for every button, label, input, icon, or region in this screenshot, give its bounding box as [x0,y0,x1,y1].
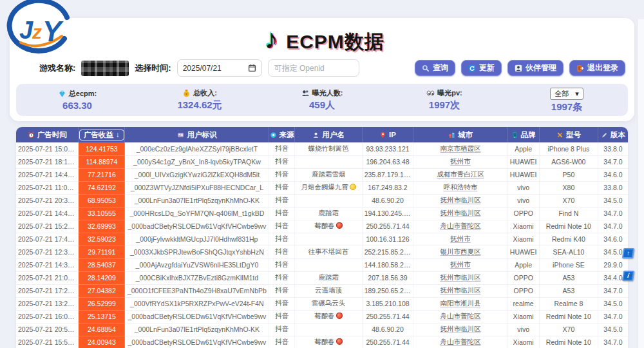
col-header-version: 版本 [598,127,628,142]
refresh-button[interactable]: 更新 [461,60,502,76]
scrollbar-track[interactable] [637,19,644,348]
cell-revenue: 24.00943 [79,336,125,348]
date-value: 2025/07/21 [183,64,222,73]
refresh-icon [468,64,476,72]
cell-time: 2025-07-21 13:21:47 [16,297,79,310]
ecpm-table: 广告时间广告收益↓用户标识来源用户名IP城市品牌型号版本 2025-07-21 … [16,127,628,348]
partner-icon [515,64,522,72]
cell-model: X70 [539,194,598,207]
cell-revenue: 28.54037 [79,258,125,271]
cell-version: 33.8.0 [598,142,628,155]
game-name-censored [81,61,129,76]
info-button[interactable]: i [622,271,634,281]
cell-revenue: 32.59023 [79,233,125,246]
total-income-label: 总收入: [138,88,261,98]
cell-city: 抚州市临川区 [413,284,507,297]
cell-revenue: 25.13715 [79,310,125,323]
cell-openid: _000O1fCFEE3PaNTh4oZ9H8xaU7vEmNbPb [125,284,269,297]
cell-username: 鹿踏霜雪烟 [295,168,362,181]
stats-bar: 总ecpm:663.30总收入:1324.62元曝光人数:459人曝光pv:19… [16,84,628,116]
exposure-pv-value: 1997次 [383,99,506,111]
cell-model: X80 [539,181,598,194]
cell-city: 舟山市普陀区 [413,336,507,348]
date-input[interactable]: 2025/07/21 [177,59,262,77]
brand-icon [511,131,518,139]
cell-version: 34.7.0 [598,220,628,233]
cell-time: 2025-07-21 17:40:30 [16,233,79,246]
cell-source: 抖音 [269,336,295,348]
cell-revenue: 26.52999 [79,297,125,310]
jzy-logo-icon: J z Y [5,0,73,57]
cell-brand: vivo [507,323,539,336]
query-form: 游戏名称: 选择时间: 2025/07/21 查询更新伙伴管理退出登录 [39,59,625,77]
cell-username [295,323,362,336]
table-row: 2025-07-21 18:16:41114.88974_000yS4c1gZ_… [16,155,628,168]
eyes-icon [426,89,435,97]
cell-source: 抖音 [269,207,295,220]
cell-brand: HUAWEI [507,246,539,258]
cell-openid: _000eCz0zEz9glAheXZZSyl79jBBcxletT [125,142,269,155]
cell-city: 抚州市 [413,258,507,271]
col-header-version-label: 版本 [611,130,625,140]
cell-model: SEA-AL10 [539,246,598,258]
cell-model: Redmi K40 [539,233,598,246]
openid-input[interactable] [268,59,359,77]
cell-username: 莓酿春 [295,310,362,323]
cell-ip: 194.130.245.83 [362,207,413,220]
cell-revenue: 27.04382 [79,284,125,297]
cell-time: 2025-07-21 21:01:53 [16,271,79,284]
cell-ip: 252.215.85.220 [362,246,413,258]
cell-brand: vivo [507,194,539,207]
cell-city: 银川市西夏区 [413,246,507,258]
table-row: 2025-07-21 14:49:2433.10555_000HRcsLDq_S… [16,207,628,220]
query-button[interactable]: 查询 [415,60,455,76]
cell-source: 抖音 [269,258,295,271]
stat-exposure-users: 曝光人数:459人 [261,88,383,111]
cell-brand: Apple [507,142,539,155]
cell-time: 2025-07-21 20:39:05 [16,194,79,207]
city-icon [448,131,455,139]
table-row: 2025-07-21 14:44:1377.21716_000l_UIVxGzi… [16,168,628,181]
cell-time: 2025-07-21 14:49:24 [16,207,79,220]
cell-version: 34.7.0 [598,155,628,168]
cell-openid: _000Z3WTVyJZNfdi5iPXuF88HECNDCar_L [125,181,269,194]
caret-down-icon: ▾ [575,90,579,98]
cell-source: 抖音 [269,246,295,258]
cell-model: AGS6-W00 [539,155,598,168]
cell-ip: 207.18.56.39 [362,271,413,284]
cell-version: 33.8.0 [598,181,628,194]
cell-openid: _000AjAvzgfdaiYuZVSW6nlHE35LtDgY0 [125,258,269,271]
back-to-top-button[interactable]: ↑ [622,248,634,258]
cell-openid: _000CBiKxlhxBJX7ZBvEzti8GzmKllM1td [125,271,269,284]
cell-city: 抚州市临川区 [413,271,507,284]
filter-select[interactable]: 全部 ▾ [550,88,583,100]
logout-button[interactable]: 退出登录 [569,60,625,76]
col-header-revenue[interactable]: 广告收益↓ [79,127,125,142]
cell-version: 34.5.0 [598,323,628,336]
partner-manage-button-label: 伙伴管理 [526,63,556,73]
header-actions: 查询更新伙伴管理退出登录 [415,60,625,76]
strawberry-emoji-icon [336,338,343,345]
cell-time: 2025-07-21 15:53:20 [16,336,79,348]
cell-openid: _000badCBetyRSLOEDw61VqKfVHCwbe9wv [125,310,269,323]
col-header-source-label: 来源 [279,130,294,140]
cell-username [295,194,362,207]
cell-ip: 3.185.210.108 [362,297,413,310]
cell-version: 29.9.0 [598,258,628,271]
col-header-openid: 用户标识 [125,127,269,142]
total-ecpm-label: 总ecpm: [16,89,138,99]
cell-ip: 48.6.90.20 [362,194,413,207]
partner-manage-button[interactable]: 伙伴管理 [507,60,564,76]
cell-revenue: 124.41753 [79,142,125,155]
cell-model: Redmi Note 10 [539,336,598,348]
strawberry-emoji-icon [336,313,343,319]
cell-version: 34.5.0 [598,297,628,310]
people-icon [301,89,310,97]
cell-source: 抖音 [269,271,295,284]
title-row: ♪ ♪ ♪ ECPM数据 [10,21,634,54]
logo-letter-j: J [19,17,33,44]
search-icon [422,64,430,72]
cell-username [295,155,362,168]
cell-revenue: 29.71191 [79,246,125,258]
strawberry-emoji-icon [336,222,343,229]
